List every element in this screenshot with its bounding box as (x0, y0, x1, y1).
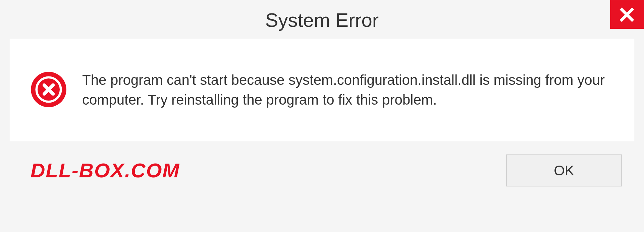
error-dialog: System Error The program can't start bec… (0, 0, 644, 232)
titlebar: System Error (0, 0, 644, 34)
dialog-footer: DLL-BOX.COM OK (0, 141, 644, 200)
watermark-text: DLL-BOX.COM (31, 159, 180, 182)
dialog-title: System Error (265, 9, 379, 31)
close-icon (619, 7, 635, 22)
ok-button[interactable]: OK (506, 155, 622, 186)
dialog-body: The program can't start because system.c… (10, 39, 634, 141)
error-message: The program can't start because system.c… (82, 70, 614, 110)
close-button[interactable] (610, 0, 644, 29)
error-icon (30, 71, 67, 109)
